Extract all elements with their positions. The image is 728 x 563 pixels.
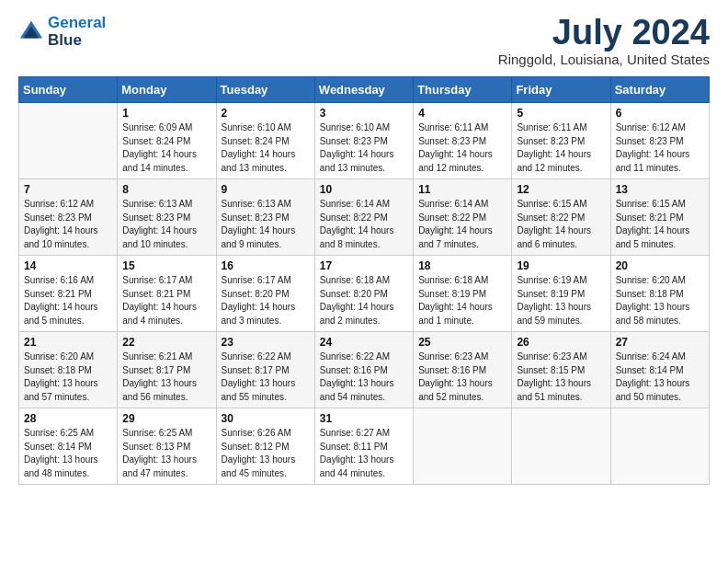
- day-number: 16: [222, 259, 310, 272]
- day-detail: Sunrise: 6:25 AM Sunset: 8:14 PM Dayligh…: [24, 427, 112, 480]
- day-cell: [19, 103, 118, 179]
- calendar-table: SundayMondayTuesdayWednesdayThursdayFrid…: [18, 76, 710, 485]
- week-row-1: 1Sunrise: 6:09 AM Sunset: 8:24 PM Daylig…: [19, 103, 710, 179]
- day-number: 19: [517, 259, 605, 272]
- day-cell: 24Sunrise: 6:22 AM Sunset: 8:16 PM Dayli…: [314, 332, 413, 408]
- day-detail: Sunrise: 6:10 AM Sunset: 8:23 PM Dayligh…: [320, 121, 408, 175]
- day-number: 13: [616, 183, 704, 196]
- day-detail: Sunrise: 6:19 AM Sunset: 8:19 PM Dayligh…: [517, 274, 605, 327]
- day-detail: Sunrise: 6:18 AM Sunset: 8:19 PM Dayligh…: [418, 274, 506, 327]
- day-detail: Sunrise: 6:21 AM Sunset: 8:17 PM Dayligh…: [122, 350, 210, 404]
- day-cell: 12Sunrise: 6:15 AM Sunset: 8:22 PM Dayli…: [512, 179, 610, 256]
- day-detail: Sunrise: 6:11 AM Sunset: 8:23 PM Dayligh…: [418, 121, 506, 175]
- day-number: 23: [222, 336, 310, 349]
- day-cell: 22Sunrise: 6:21 AM Sunset: 8:17 PM Dayli…: [118, 332, 216, 408]
- day-cell: 8Sunrise: 6:13 AM Sunset: 8:23 PM Daylig…: [118, 179, 216, 256]
- day-cell: 2Sunrise: 6:10 AM Sunset: 8:24 PM Daylig…: [216, 103, 314, 179]
- day-detail: Sunrise: 6:15 AM Sunset: 8:22 PM Dayligh…: [517, 198, 605, 251]
- day-detail: Sunrise: 6:14 AM Sunset: 8:22 PM Dayligh…: [418, 198, 506, 251]
- day-cell: 30Sunrise: 6:26 AM Sunset: 8:12 PM Dayli…: [216, 408, 314, 485]
- day-number: 15: [122, 259, 210, 272]
- day-number: 25: [418, 336, 506, 349]
- week-row-4: 21Sunrise: 6:20 AM Sunset: 8:18 PM Dayli…: [19, 332, 710, 408]
- day-detail: Sunrise: 6:12 AM Sunset: 8:23 PM Dayligh…: [616, 121, 704, 175]
- header-monday: Monday: [118, 77, 216, 103]
- day-cell: 5Sunrise: 6:11 AM Sunset: 8:23 PM Daylig…: [512, 103, 610, 179]
- header: General Blue July 2024 Ringgold, Louisia…: [18, 15, 710, 67]
- day-detail: Sunrise: 6:20 AM Sunset: 8:18 PM Dayligh…: [24, 350, 112, 404]
- header-saturday: Saturday: [610, 77, 709, 103]
- day-number: 4: [418, 107, 506, 120]
- day-number: 29: [122, 412, 210, 425]
- day-number: 28: [24, 412, 112, 425]
- day-cell: 20Sunrise: 6:20 AM Sunset: 8:18 PM Dayli…: [610, 256, 709, 332]
- day-detail: Sunrise: 6:20 AM Sunset: 8:18 PM Dayligh…: [616, 274, 704, 327]
- day-cell: 21Sunrise: 6:20 AM Sunset: 8:18 PM Dayli…: [19, 332, 118, 408]
- week-row-3: 14Sunrise: 6:16 AM Sunset: 8:21 PM Dayli…: [19, 256, 710, 332]
- day-number: 17: [320, 259, 408, 272]
- logo: General Blue: [18, 15, 106, 49]
- day-cell: 17Sunrise: 6:18 AM Sunset: 8:20 PM Dayli…: [314, 256, 413, 332]
- day-detail: Sunrise: 6:17 AM Sunset: 8:21 PM Dayligh…: [122, 274, 210, 327]
- day-number: 9: [222, 183, 310, 196]
- day-number: 26: [517, 336, 605, 349]
- day-cell: 13Sunrise: 6:15 AM Sunset: 8:21 PM Dayli…: [610, 179, 709, 256]
- logo-line2: Blue: [48, 31, 82, 49]
- day-number: 20: [616, 259, 704, 272]
- day-number: 7: [24, 183, 112, 196]
- day-cell: 28Sunrise: 6:25 AM Sunset: 8:14 PM Dayli…: [19, 408, 118, 485]
- day-cell: [414, 408, 512, 485]
- title-block: July 2024 Ringgold, Louisiana, United St…: [498, 15, 710, 67]
- day-cell: 19Sunrise: 6:19 AM Sunset: 8:19 PM Dayli…: [512, 256, 610, 332]
- day-number: 1: [122, 107, 210, 120]
- day-detail: Sunrise: 6:22 AM Sunset: 8:16 PM Dayligh…: [320, 350, 408, 404]
- day-cell: 4Sunrise: 6:11 AM Sunset: 8:23 PM Daylig…: [414, 103, 512, 179]
- day-detail: Sunrise: 6:25 AM Sunset: 8:13 PM Dayligh…: [122, 427, 210, 480]
- day-number: 22: [122, 336, 210, 349]
- day-cell: 14Sunrise: 6:16 AM Sunset: 8:21 PM Dayli…: [19, 256, 118, 332]
- day-cell: 26Sunrise: 6:23 AM Sunset: 8:15 PM Dayli…: [512, 332, 610, 408]
- day-number: 10: [320, 183, 408, 196]
- day-cell: 9Sunrise: 6:13 AM Sunset: 8:23 PM Daylig…: [216, 179, 314, 256]
- day-number: 5: [517, 107, 605, 120]
- page-container: General Blue July 2024 Ringgold, Louisia…: [0, 0, 728, 494]
- day-cell: 15Sunrise: 6:17 AM Sunset: 8:21 PM Dayli…: [118, 256, 216, 332]
- header-row: SundayMondayTuesdayWednesdayThursdayFrid…: [19, 77, 710, 103]
- day-cell: 18Sunrise: 6:18 AM Sunset: 8:19 PM Dayli…: [414, 256, 512, 332]
- header-wednesday: Wednesday: [314, 77, 413, 103]
- day-detail: Sunrise: 6:16 AM Sunset: 8:21 PM Dayligh…: [24, 274, 112, 327]
- day-number: 27: [616, 336, 704, 349]
- day-cell: 6Sunrise: 6:12 AM Sunset: 8:23 PM Daylig…: [610, 103, 709, 179]
- day-detail: Sunrise: 6:12 AM Sunset: 8:23 PM Dayligh…: [24, 198, 112, 251]
- logo-text: General Blue: [48, 15, 106, 49]
- day-number: 11: [418, 183, 506, 196]
- day-detail: Sunrise: 6:11 AM Sunset: 8:23 PM Dayligh…: [517, 121, 605, 175]
- day-cell: 29Sunrise: 6:25 AM Sunset: 8:13 PM Dayli…: [118, 408, 216, 485]
- day-cell: 27Sunrise: 6:24 AM Sunset: 8:14 PM Dayli…: [610, 332, 709, 408]
- day-detail: Sunrise: 6:22 AM Sunset: 8:17 PM Dayligh…: [222, 350, 310, 404]
- day-detail: Sunrise: 6:23 AM Sunset: 8:16 PM Dayligh…: [418, 350, 506, 404]
- day-cell: 3Sunrise: 6:10 AM Sunset: 8:23 PM Daylig…: [314, 103, 413, 179]
- day-detail: Sunrise: 6:18 AM Sunset: 8:20 PM Dayligh…: [320, 274, 408, 327]
- day-cell: 31Sunrise: 6:27 AM Sunset: 8:11 PM Dayli…: [314, 408, 413, 485]
- day-detail: Sunrise: 6:10 AM Sunset: 8:24 PM Dayligh…: [222, 121, 310, 175]
- week-row-5: 28Sunrise: 6:25 AM Sunset: 8:14 PM Dayli…: [19, 408, 710, 485]
- day-number: 14: [24, 259, 112, 272]
- day-cell: [610, 408, 709, 485]
- day-detail: Sunrise: 6:15 AM Sunset: 8:21 PM Dayligh…: [616, 198, 704, 251]
- day-cell: [512, 408, 610, 485]
- day-number: 8: [122, 183, 210, 196]
- day-detail: Sunrise: 6:13 AM Sunset: 8:23 PM Dayligh…: [122, 198, 210, 251]
- day-detail: Sunrise: 6:24 AM Sunset: 8:14 PM Dayligh…: [616, 350, 704, 404]
- day-number: 21: [24, 336, 112, 349]
- day-cell: 1Sunrise: 6:09 AM Sunset: 8:24 PM Daylig…: [118, 103, 216, 179]
- header-thursday: Thursday: [414, 77, 512, 103]
- logo-line1: General: [48, 14, 106, 31]
- day-detail: Sunrise: 6:17 AM Sunset: 8:20 PM Dayligh…: [222, 274, 310, 327]
- day-number: 31: [320, 412, 408, 425]
- day-cell: 25Sunrise: 6:23 AM Sunset: 8:16 PM Dayli…: [414, 332, 512, 408]
- day-detail: Sunrise: 6:13 AM Sunset: 8:23 PM Dayligh…: [222, 198, 310, 251]
- day-number: 18: [418, 259, 506, 272]
- header-friday: Friday: [512, 77, 610, 103]
- day-detail: Sunrise: 6:09 AM Sunset: 8:24 PM Dayligh…: [122, 121, 210, 175]
